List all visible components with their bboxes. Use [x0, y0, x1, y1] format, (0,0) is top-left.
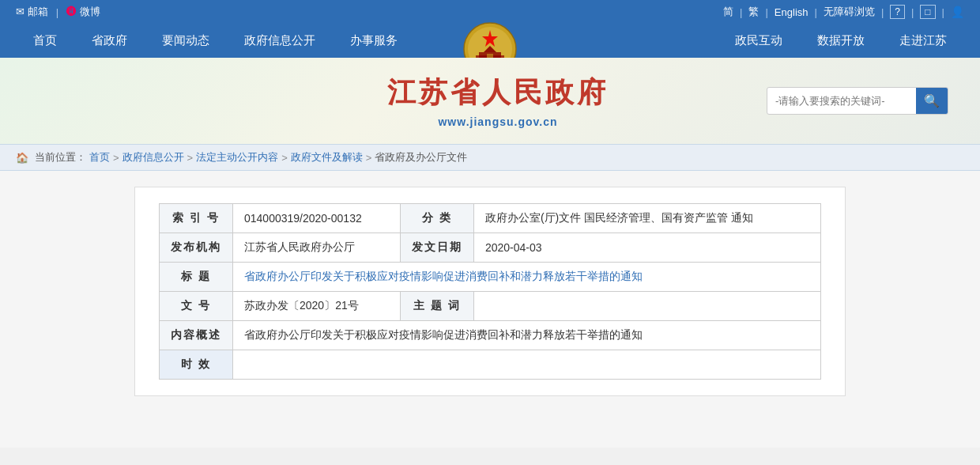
nav-item-services[interactable]: 办事服务 — [333, 24, 415, 58]
english-link[interactable]: English — [775, 6, 808, 18]
help-icon[interactable]: ? — [890, 5, 905, 19]
top-bar: ✉ 邮箱 | 🅦 微博 简 | 繁 | English | 无障碍浏览 | ? … — [0, 0, 980, 24]
mobile-icon[interactable]: □ — [920, 5, 935, 19]
home-icon: 🏠 — [16, 152, 28, 164]
nav-item-news[interactable]: 要闻动态 — [145, 24, 227, 58]
nav-items: 首页 省政府 要闻动态 政府信息公开 办事服务 — [16, 24, 490, 58]
table-row: 时 效 — [160, 350, 821, 380]
nav-item-info[interactable]: 政府信息公开 — [227, 24, 333, 58]
value-publisher: 江苏省人民政府办公厅 — [233, 233, 401, 263]
top-bar-right: 简 | 繁 | English | 无障碍浏览 | ? | □ | 👤 — [723, 5, 964, 19]
doc-card: 索 引 号 014000319/2020-00132 分 类 政府办公室(厅)文… — [134, 187, 846, 396]
nav-item-data[interactable]: 数据开放 — [800, 24, 882, 58]
traditional-link[interactable]: 繁 — [748, 5, 759, 19]
label-date: 发文日期 — [400, 233, 473, 263]
weibo-icon: 🅦 — [66, 6, 77, 17]
nav-bar: 首页 省政府 要闻动态 政府信息公开 办事服务 政民互动 数据开放 走进江苏 — [0, 24, 980, 58]
breadcrumb-docs[interactable]: 政府文件及解读 — [291, 150, 363, 164]
label-index: 索 引 号 — [160, 204, 233, 233]
page-bottom — [0, 448, 980, 463]
header-title-block: 江苏省人民政府 www.jiangsu.gov.cn — [348, 74, 648, 128]
search-box[interactable]: 🔍 — [767, 87, 948, 115]
table-row: 索 引 号 014000319/2020-00132 分 类 政府办公室(厅)文… — [160, 204, 821, 233]
user-icon[interactable]: 👤 — [951, 6, 964, 18]
weibo-link[interactable]: 🅦 微博 — [66, 5, 100, 19]
value-validity — [233, 350, 821, 380]
value-title: 省政府办公厅印发关于积极应对疫情影响促进消费回补和潜力释放若干举措的通知 — [233, 263, 821, 292]
simplified-link[interactable]: 简 — [723, 5, 733, 19]
breadcrumb-label: 当前位置： — [35, 150, 86, 164]
value-keyword — [473, 292, 820, 321]
table-row: 发布机构 江苏省人民政府办公厅 发文日期 2020-04-03 — [160, 233, 821, 263]
table-row: 标 题 省政府办公厅印发关于积极应对疫情影响促进消费回补和潜力释放若干举措的通知 — [160, 263, 821, 292]
breadcrumb-current: 省政府及办公厅文件 — [375, 150, 467, 164]
label-summary: 内容概述 — [160, 321, 233, 350]
label-number: 文 号 — [160, 292, 233, 321]
info-table: 索 引 号 014000319/2020-00132 分 类 政府办公室(厅)文… — [159, 203, 821, 380]
label-keyword: 主 题 词 — [400, 292, 473, 321]
nav-item-home[interactable]: 首页 — [16, 24, 74, 58]
table-row: 文 号 苏政办发〔2020〕21号 主 题 词 — [160, 292, 821, 321]
search-button[interactable]: 🔍 — [916, 88, 948, 114]
value-category: 政府办公室(厅)文件 国民经济管理、国有资产监管 通知 — [473, 204, 820, 233]
mail-icon[interactable]: ✉ 邮箱 — [16, 5, 48, 19]
value-summary: 省政府办公厅印发关于积极应对疫情影响促进消费回补和潜力释放若干举措的通知 — [233, 321, 821, 350]
label-title: 标 题 — [160, 263, 233, 292]
nav-item-province[interactable]: 省政府 — [74, 24, 145, 58]
nav-item-interaction[interactable]: 政民互动 — [718, 24, 800, 58]
table-row: 内容概述 省政府办公厅印发关于积极应对疫情影响促进消费回补和潜力释放若干举措的通… — [160, 321, 821, 350]
nav-item-jiangsu[interactable]: 走进江苏 — [882, 24, 964, 58]
label-validity: 时 效 — [160, 350, 233, 380]
breadcrumb: 🏠 当前位置： 首页 > 政府信息公开 > 法定主动公开内容 > 政府文件及解读… — [0, 144, 980, 171]
value-number: 苏政办发〔2020〕21号 — [233, 292, 401, 321]
breadcrumb-home[interactable]: 首页 — [89, 150, 110, 164]
breadcrumb-mandatory[interactable]: 法定主动公开内容 — [196, 150, 278, 164]
label-publisher: 发布机构 — [160, 233, 233, 263]
site-url: www.jiangsu.gov.cn — [348, 115, 648, 128]
accessibility-link[interactable]: 无障碍浏览 — [824, 5, 875, 19]
nav-items-right: 政民互动 数据开放 走进江苏 — [490, 24, 964, 58]
site-title: 江苏省人民政府 — [348, 74, 648, 112]
label-category: 分 类 — [400, 204, 473, 233]
main-content: 索 引 号 014000319/2020-00132 分 类 政府办公室(厅)文… — [0, 171, 980, 448]
search-input[interactable] — [767, 89, 916, 112]
breadcrumb-info[interactable]: 政府信息公开 — [122, 150, 184, 164]
header-banner: 江苏省人民政府 www.jiangsu.gov.cn 🔍 — [0, 58, 980, 144]
value-date: 2020-04-03 — [473, 233, 820, 263]
top-bar-left: ✉ 邮箱 | 🅦 微博 — [16, 5, 100, 19]
value-index: 014000319/2020-00132 — [233, 204, 401, 233]
